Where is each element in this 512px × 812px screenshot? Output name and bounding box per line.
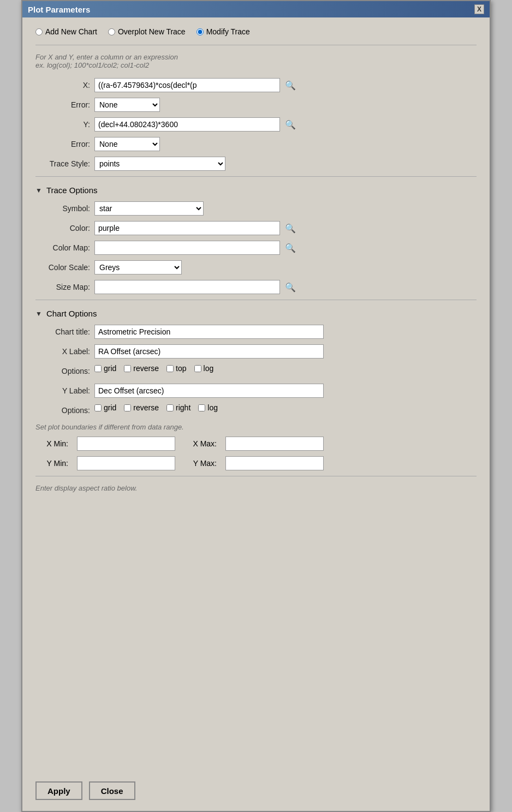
symbol-label: Symbol: [35, 204, 90, 213]
color-scale-label: Color Scale: [35, 263, 90, 272]
y-field-row: Y: 🔍 [35, 117, 477, 132]
overplot-new-trace-radio[interactable]: Overplot New Trace [108, 27, 186, 36]
bottom-bar: Apply Close [22, 774, 490, 811]
bounds-y-row: Y Min: Y Max: [35, 456, 477, 470]
x-error-select[interactable]: None Symmetric Asymmetric [94, 98, 160, 112]
color-scale-row: Color Scale: Greys Viridis Plasma Infern… [35, 260, 477, 274]
x-grid-checkbox-label[interactable]: grid [94, 364, 116, 373]
y-search-icon[interactable]: 🔍 [284, 118, 296, 130]
divider-4 [35, 476, 477, 476]
x-options-checkboxes: grid reverse top log [94, 364, 213, 373]
x-error-row: Error: None Symmetric Asymmetric [35, 98, 477, 112]
y-label-input[interactable] [94, 384, 324, 398]
y-min-label: Y Min: [35, 459, 68, 468]
chart-options-header[interactable]: ▼ Chart Options [35, 309, 477, 318]
chart-title-input[interactable] [94, 325, 324, 339]
size-map-label: Size Map: [35, 283, 90, 291]
chart-title-row: Chart title: [35, 325, 477, 339]
window-title: Plot Parameters [28, 5, 90, 14]
y-label-label: Y Label: [35, 386, 90, 395]
color-map-row: Color Map: 🔍 [35, 241, 477, 255]
chart-options-triangle: ▼ [35, 310, 42, 318]
x-label-row: X Label: [35, 344, 477, 359]
x-field-row: X: 🔍 [35, 78, 477, 92]
y-error-label: Error: [35, 140, 90, 148]
chart-options-label: Chart Options [46, 309, 97, 318]
apply-button[interactable]: Apply [35, 781, 82, 800]
close-button[interactable]: Close [89, 781, 135, 800]
y-field-label: Y: [35, 120, 90, 129]
y-reverse-checkbox[interactable] [124, 404, 131, 411]
color-label: Color: [35, 224, 90, 232]
symbol-row: Symbol: star circle square diamond trian… [35, 201, 477, 216]
mode-selection-row: Add New Chart Overplot New Trace Modify … [35, 27, 477, 36]
x-log-checkbox[interactable] [194, 365, 201, 372]
y-log-checkbox-label[interactable]: log [198, 403, 218, 412]
y-label-row: Y Label: [35, 384, 477, 398]
y-right-checkbox[interactable] [166, 404, 174, 411]
x-max-label: X Max: [184, 439, 217, 448]
x-error-label: Error: [35, 100, 90, 109]
aspect-hint: Enter display aspect ratio below. [35, 484, 477, 492]
x-label-input[interactable] [94, 344, 324, 359]
trace-style-label: Trace Style: [35, 159, 90, 168]
color-search-icon[interactable]: 🔍 [284, 222, 296, 234]
size-map-search-icon[interactable]: 🔍 [284, 281, 296, 293]
y-options-label: Options: [35, 406, 90, 415]
x-grid-checkbox[interactable] [94, 365, 102, 372]
y-reverse-checkbox-label[interactable]: reverse [124, 403, 159, 412]
color-map-label: Color Map: [35, 243, 90, 252]
x-field-label: X: [35, 81, 90, 89]
x-max-input[interactable] [225, 437, 324, 451]
trace-style-row: Trace Style: points line line+points bar [35, 157, 477, 171]
y-max-input[interactable] [225, 456, 324, 470]
y-field-input[interactable] [94, 117, 280, 132]
divider-2 [35, 176, 477, 177]
x-log-checkbox-label[interactable]: log [194, 364, 214, 373]
symbol-select[interactable]: star circle square diamond triangle [94, 201, 204, 216]
bounds-hint: Set plot boundaries if different from da… [35, 423, 477, 431]
x-options-row: Options: grid reverse top log [35, 364, 477, 378]
title-bar: Plot Parameters X [22, 1, 490, 17]
chart-title-label: Chart title: [35, 327, 90, 336]
add-new-chart-radio[interactable]: Add New Chart [35, 27, 97, 36]
y-log-checkbox[interactable] [198, 404, 205, 411]
trace-options-label: Trace Options [46, 186, 98, 195]
y-error-row: Error: None Symmetric Asymmetric [35, 137, 477, 151]
trace-options-triangle: ▼ [35, 187, 42, 194]
y-grid-checkbox-label[interactable]: grid [94, 403, 116, 412]
color-scale-select[interactable]: Greys Viridis Plasma Inferno Magma Hot C… [94, 260, 182, 274]
y-min-input[interactable] [77, 456, 175, 470]
x-reverse-checkbox-label[interactable]: reverse [124, 364, 159, 373]
y-options-checkboxes: grid reverse right log [94, 403, 218, 412]
y-right-checkbox-label[interactable]: right [166, 403, 190, 412]
y-error-select[interactable]: None Symmetric Asymmetric [94, 137, 160, 151]
main-content: Add New Chart Overplot New Trace Modify … [22, 17, 490, 774]
x-reverse-checkbox[interactable] [124, 365, 131, 372]
color-row: Color: 🔍 [35, 221, 477, 235]
divider-1 [35, 45, 477, 45]
trace-style-select[interactable]: points line line+points bar [94, 157, 225, 171]
size-map-input[interactable] [94, 280, 280, 294]
color-map-search-icon[interactable]: 🔍 [284, 242, 296, 254]
x-label-label: X Label: [35, 347, 90, 356]
color-input[interactable] [94, 221, 280, 235]
x-field-input[interactable] [94, 78, 280, 92]
y-options-row: Options: grid reverse right log [35, 403, 477, 417]
x-min-label: X Min: [35, 439, 68, 448]
x-top-checkbox[interactable] [166, 365, 174, 372]
close-window-button[interactable]: X [474, 4, 484, 14]
x-top-checkbox-label[interactable]: top [166, 364, 186, 373]
plot-parameters-window: Plot Parameters X Add New Chart Overplot… [21, 0, 491, 812]
trace-options-header[interactable]: ▼ Trace Options [35, 186, 477, 195]
y-grid-checkbox[interactable] [94, 404, 102, 411]
divider-3 [35, 300, 477, 300]
x-min-input[interactable] [77, 437, 175, 451]
y-max-label: Y Max: [184, 459, 217, 468]
modify-trace-radio[interactable]: Modify Trace [197, 27, 250, 36]
x-search-icon[interactable]: 🔍 [284, 79, 296, 91]
x-options-label: Options: [35, 367, 90, 375]
bounds-x-row: X Min: X Max: [35, 437, 477, 451]
color-map-input[interactable] [94, 241, 280, 255]
size-map-row: Size Map: 🔍 [35, 280, 477, 294]
